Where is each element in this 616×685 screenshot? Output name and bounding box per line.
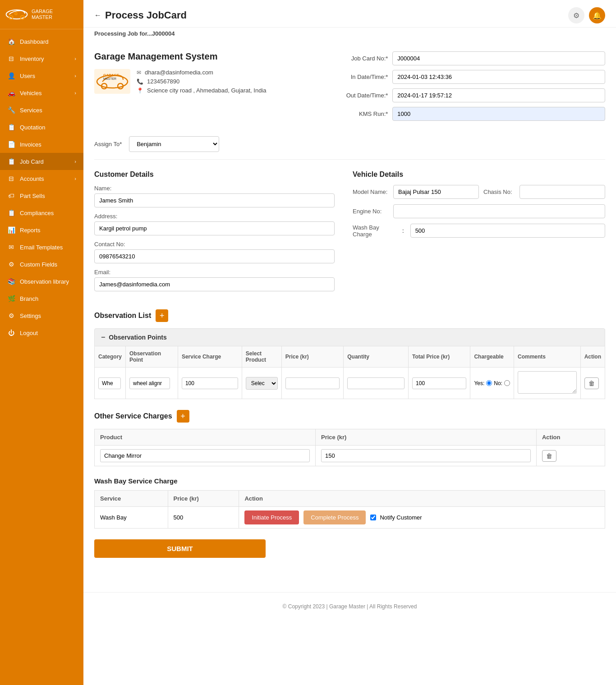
obs-price-input[interactable] [285, 377, 340, 389]
chasis-label: Chasis No: [483, 188, 515, 195]
obs-quantity-cell [344, 368, 409, 399]
sidebar-item-label: Observation library [20, 278, 76, 285]
obs-service-charge-input[interactable] [182, 377, 238, 389]
contact-address: Science city road , Ahmedabad, Gujarat, … [147, 87, 267, 94]
service-delete-button[interactable]: 🗑 [542, 450, 556, 462]
vehicle-details: Vehicle Details Model Name: Chasis No: E… [353, 170, 605, 297]
sidebar-item-label: Part Sells [20, 193, 76, 199]
sidebar-item-vehicles[interactable]: 🚗 Vehicles › [0, 84, 83, 101]
sidebar-item-services[interactable]: 🔧 Services [0, 101, 83, 119]
customer-email-input[interactable] [94, 277, 335, 291]
sidebar-item-users[interactable]: 👤 Users › [0, 67, 83, 84]
sidebar-item-observation-library[interactable]: 📚 Observation library [0, 273, 83, 290]
wash-bay-charge-input[interactable] [410, 224, 605, 238]
sidebar-item-partsells[interactable]: 🏷 Part Sells [0, 187, 83, 204]
invoices-icon: 📄 [7, 141, 15, 148]
obs-product-cell: Selec [242, 368, 281, 399]
col-total-price: Total Price (kr) [409, 346, 470, 368]
vehicles-icon: 🚗 [7, 89, 15, 97]
sidebar-item-label: Accounts [20, 175, 70, 182]
collapse-icon[interactable]: − [101, 333, 105, 341]
engine-input[interactable] [393, 204, 605, 218]
sidebar-item-reports[interactable]: 📊 Reports [0, 221, 83, 239]
product-input[interactable] [100, 449, 310, 462]
observation-section-header: Observation List + [94, 309, 605, 322]
price-cell [315, 446, 536, 466]
sidebar-item-label: Reports [20, 227, 76, 234]
obs-category-input[interactable] [98, 377, 121, 389]
settings-icon-button[interactable]: ⚙ [568, 7, 584, 23]
chargeable-no-radio[interactable] [504, 380, 510, 386]
chargeable-radio-group: Yes: No: [474, 380, 510, 386]
sidebar-item-dashboard[interactable]: 🏠 Dashboard [0, 33, 83, 50]
quotation-icon: 📋 [7, 124, 15, 131]
obs-product-select[interactable]: Selec [246, 377, 278, 390]
email-templates-icon: ✉ [7, 244, 15, 251]
phone-icon: 📞 [137, 78, 143, 85]
notify-customer-checkbox[interactable] [370, 515, 376, 520]
obs-delete-button[interactable]: 🗑 [584, 377, 599, 389]
assign-select[interactable]: Benjamin John Alex [129, 136, 219, 152]
customer-address-input[interactable] [94, 221, 335, 235]
out-date-input[interactable] [392, 88, 605, 102]
location-icon: 📍 [137, 87, 143, 94]
sidebar-item-compliances[interactable]: 📋 Compliances [0, 204, 83, 221]
sidebar-item-quotation[interactable]: 📋 Quotation [0, 119, 83, 136]
sidebar-item-invoices[interactable]: 📄 Invoices [0, 136, 83, 153]
observation-table: Category Observation Point Service Charg… [94, 346, 605, 399]
contact-email: dhara@dasinfomedia.com [145, 69, 213, 76]
submit-button[interactable]: SUBMIT [94, 539, 266, 558]
sidebar-item-email-templates[interactable]: ✉ Email Templates [0, 239, 83, 256]
col-comments: Comments [514, 346, 581, 368]
chevron-icon: › [74, 73, 76, 78]
obs-point-input[interactable] [129, 377, 170, 389]
notification-icon-button[interactable]: 🔔 [589, 7, 605, 23]
page-footer: © Copyright 2023 | Garage Master | All R… [83, 592, 616, 621]
back-button[interactable]: ← [94, 11, 101, 19]
sidebar-item-inventory[interactable]: ⊟ Inventory › [0, 50, 83, 67]
job-card-input[interactable] [392, 51, 605, 65]
garage-logo: GARAGE MASTER [94, 69, 130, 94]
sidebar-item-settings[interactable]: ⚙ Settings [0, 307, 83, 324]
add-service-button[interactable]: + [177, 410, 189, 423]
engine-label: Engine No: [353, 208, 389, 215]
col-service-charge: Service Charge [178, 346, 242, 368]
sidebar-item-accounts[interactable]: ⊟ Accounts › [0, 170, 83, 187]
chevron-icon: › [74, 159, 76, 164]
col-observation-point: Observation Point [126, 346, 178, 368]
customer-name-input[interactable] [94, 193, 335, 207]
kms-input[interactable] [392, 107, 605, 121]
inventory-icon: ⊟ [7, 55, 15, 62]
out-date-label: Out Date/Time:* [334, 92, 388, 99]
contact-info: ✉ dhara@dasinfomedia.com 📞 1234567890 📍 … [137, 69, 267, 94]
chasis-input[interactable] [519, 185, 605, 199]
svg-point-3 [15, 13, 17, 15]
model-field: Model Name: Chasis No: [353, 185, 605, 199]
sidebar-item-label: Logout [20, 330, 76, 336]
model-input[interactable] [393, 185, 479, 199]
colon: : [402, 227, 404, 234]
obs-comments-textarea[interactable] [518, 371, 577, 394]
sidebar-item-custom-fields[interactable]: ⚙ Custom Fields [0, 256, 83, 273]
in-date-input[interactable] [392, 70, 605, 84]
price-input[interactable] [321, 449, 531, 462]
wash-bay-table: Service Price (kr) Action Wash Bay 500 I… [94, 490, 605, 529]
chevron-icon: › [74, 56, 76, 61]
chargeable-yes-radio[interactable] [486, 380, 492, 386]
complete-process-button[interactable]: Complete Process [303, 510, 366, 524]
obs-price-cell [281, 368, 343, 399]
services-icon: 🔧 [7, 106, 15, 114]
initiate-process-button[interactable]: Initiate Process [244, 510, 299, 524]
customer-contact-input[interactable] [94, 249, 335, 263]
obs-quantity-input[interactable] [347, 377, 405, 389]
sidebar-item-logout[interactable]: ⏻ Logout [0, 324, 83, 341]
other-service-table: Product Price (kr) Action 🗑 [94, 429, 605, 466]
other-service-section-header: Other Service Charges + [94, 410, 605, 423]
sidebar-item-jobcard[interactable]: 📋 Job Card › [0, 153, 83, 170]
garage-system-title: Garage Management System [94, 51, 320, 62]
add-observation-button[interactable]: + [156, 309, 168, 322]
reports-icon: 📊 [7, 226, 15, 234]
obs-total-price-input[interactable] [412, 377, 466, 389]
sidebar-logo: GARAGE MASTER [0, 0, 83, 29]
sidebar-item-branch[interactable]: 🌿 Branch [0, 290, 83, 307]
